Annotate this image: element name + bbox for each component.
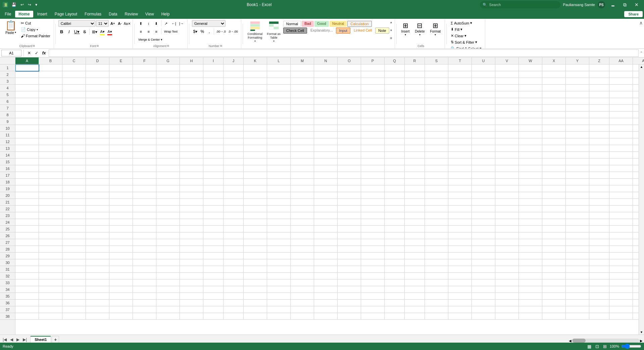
cell-F19[interactable] — [133, 185, 156, 192]
cell-A37[interactable] — [15, 306, 39, 313]
cell-A2[interactable] — [15, 71, 39, 78]
cell-I20[interactable] — [203, 192, 224, 199]
cell-Q28[interactable] — [385, 246, 405, 253]
cell-AB14[interactable] — [633, 152, 639, 159]
cell-U14[interactable] — [472, 152, 495, 159]
cell-D32[interactable] — [86, 273, 109, 279]
cell-H26[interactable] — [180, 232, 203, 239]
cell-Z22[interactable] — [589, 206, 609, 212]
cell-H1[interactable] — [180, 64, 203, 71]
row-header-23[interactable]: 23 — [0, 212, 15, 219]
cell-AB32[interactable] — [633, 273, 639, 279]
cell-A13[interactable] — [15, 145, 39, 152]
minimize-button[interactable]: 🗕 — [608, 2, 618, 7]
cell-E16[interactable] — [109, 165, 133, 172]
cell-X33[interactable] — [542, 279, 566, 286]
row-header-26[interactable]: 26 — [0, 232, 15, 239]
cell-D23[interactable] — [86, 212, 109, 219]
cell-A30[interactable] — [15, 259, 39, 266]
cell-E24[interactable] — [109, 219, 133, 226]
cell-H8[interactable] — [180, 112, 203, 118]
cell-X15[interactable] — [542, 159, 566, 165]
cell-Q32[interactable] — [385, 273, 405, 279]
cell-J38[interactable] — [224, 313, 244, 320]
cell-J4[interactable] — [224, 85, 244, 91]
cell-M29[interactable] — [291, 253, 314, 259]
cell-P28[interactable] — [361, 246, 385, 253]
cell-I27[interactable] — [203, 239, 224, 246]
cell-O21[interactable] — [338, 199, 361, 206]
cell-P6[interactable] — [361, 98, 385, 105]
cell-O1[interactable] — [338, 64, 361, 71]
cell-R24[interactable] — [405, 219, 425, 226]
cell-V19[interactable] — [495, 185, 519, 192]
cell-AA15[interactable] — [609, 159, 633, 165]
cell-B27[interactable] — [39, 239, 62, 246]
cell-C17[interactable] — [62, 172, 86, 179]
cell-Z18[interactable] — [589, 179, 609, 185]
cell-Z9[interactable] — [589, 118, 609, 125]
zoom-slider[interactable] — [621, 344, 641, 349]
cell-V16[interactable] — [495, 165, 519, 172]
cell-C34[interactable] — [62, 286, 86, 293]
cell-H25[interactable] — [180, 226, 203, 232]
cell-M6[interactable] — [291, 98, 314, 105]
row-header-5[interactable]: 5 — [0, 91, 15, 98]
cell-Y7[interactable] — [566, 105, 589, 112]
cell-AB7[interactable] — [633, 105, 639, 112]
cell-E13[interactable] — [109, 145, 133, 152]
cell-V27[interactable] — [495, 239, 519, 246]
cell-P16[interactable] — [361, 165, 385, 172]
cell-V2[interactable] — [495, 71, 519, 78]
merge-center-button[interactable]: Merge & Center ▾ — [137, 36, 164, 43]
cell-U36[interactable] — [472, 300, 495, 306]
cells-group-label[interactable]: Cells — [417, 44, 424, 48]
font-color-button[interactable]: A▾ — [106, 28, 113, 35]
cell-G14[interactable] — [156, 152, 180, 159]
cell-P3[interactable] — [361, 78, 385, 85]
cell-X2[interactable] — [542, 71, 566, 78]
cell-K6[interactable] — [244, 98, 267, 105]
cell-O28[interactable] — [338, 246, 361, 253]
cell-G13[interactable] — [156, 145, 180, 152]
col-header-B[interactable]: B — [39, 57, 62, 64]
cell-S32[interactable] — [425, 273, 448, 279]
cell-F33[interactable] — [133, 279, 156, 286]
cell-W32[interactable] — [519, 273, 542, 279]
cell-N19[interactable] — [314, 185, 338, 192]
cell-N23[interactable] — [314, 212, 338, 219]
cell-I22[interactable] — [203, 206, 224, 212]
cell-AB9[interactable] — [633, 118, 639, 125]
cell-K18[interactable] — [244, 179, 267, 185]
cell-X36[interactable] — [542, 300, 566, 306]
cell-Z26[interactable] — [589, 232, 609, 239]
cell-N37[interactable] — [314, 306, 338, 313]
cell-K38[interactable] — [244, 313, 267, 320]
cell-P19[interactable] — [361, 185, 385, 192]
cell-W20[interactable] — [519, 192, 542, 199]
cell-U12[interactable] — [472, 138, 495, 145]
cell-M14[interactable] — [291, 152, 314, 159]
alignment-group-label[interactable]: Alignment ⧉ — [153, 44, 169, 48]
cell-A24[interactable] — [15, 219, 39, 226]
cell-S15[interactable] — [425, 159, 448, 165]
cell-D24[interactable] — [86, 219, 109, 226]
cell-Z13[interactable] — [589, 145, 609, 152]
cell-K17[interactable] — [244, 172, 267, 179]
cell-X26[interactable] — [542, 232, 566, 239]
cell-H32[interactable] — [180, 273, 203, 279]
cell-E36[interactable] — [109, 300, 133, 306]
cell-R23[interactable] — [405, 212, 425, 219]
cell-L3[interactable] — [267, 78, 291, 85]
cell-I12[interactable] — [203, 138, 224, 145]
close-button[interactable]: ✕ — [632, 2, 641, 7]
cell-R4[interactable] — [405, 85, 425, 91]
cell-L17[interactable] — [267, 172, 291, 179]
cell-S3[interactable] — [425, 78, 448, 85]
cell-W12[interactable] — [519, 138, 542, 145]
cell-G21[interactable] — [156, 199, 180, 206]
cell-L15[interactable] — [267, 159, 291, 165]
cell-B33[interactable] — [39, 279, 62, 286]
col-header-N[interactable]: N — [314, 57, 338, 64]
cell-C38[interactable] — [62, 313, 86, 320]
